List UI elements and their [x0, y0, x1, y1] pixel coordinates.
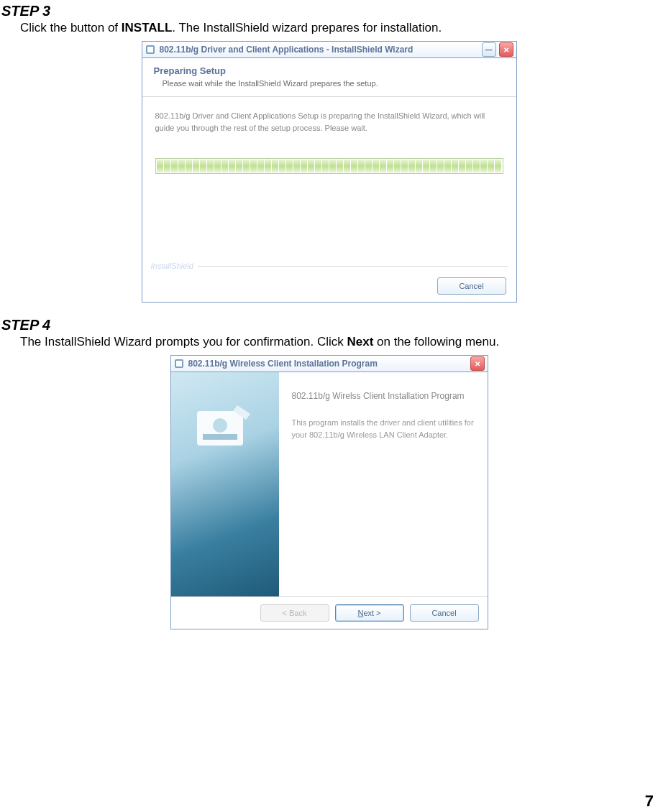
installer-icon	[145, 45, 155, 55]
dialog2-titlebar: 802.11b/g Wireless Client Installation P…	[171, 356, 488, 372]
step3-body-prefix: Click the button of	[20, 21, 122, 34]
dialog1-title: 802.11b/g Driver and Client Applications…	[160, 45, 479, 55]
svg-rect-5	[203, 434, 237, 440]
dialog2-main-desc: This program installs the driver and cli…	[292, 417, 475, 440]
step4-heading: STEP 4	[1, 317, 658, 333]
step3-body-suffix: . The InstallShield wizard prepares for …	[172, 21, 442, 34]
svg-rect-3	[176, 361, 182, 366]
cancel-button[interactable]: Cancel	[410, 604, 479, 622]
installshield-preparing-dialog: 802.11b/g Driver and Client Applications…	[142, 41, 517, 303]
wizard-graphic-icon	[187, 398, 259, 470]
dialog1-header-title: Preparing Setup	[154, 65, 505, 76]
dialog2-main-title: 802.11b/g Wirelss Client Installation Pr…	[292, 391, 475, 401]
step4-body-prefix: The InstallShield Wizard prompts you for…	[20, 335, 347, 349]
step3-body-bold: INSTALL	[122, 21, 173, 34]
dialog2-title: 802.11b/g Wireless Client Installation P…	[188, 359, 467, 369]
next-button[interactable]: Next >	[335, 604, 404, 622]
step3-body: Click the button of INSTALL. The Install…	[20, 21, 658, 35]
install-program-dialog: 802.11b/g Wireless Client Installation P…	[170, 355, 488, 629]
progress-bar	[155, 158, 503, 174]
svg-point-6	[213, 418, 227, 433]
installer-icon	[174, 359, 184, 369]
close-button[interactable]: ✕	[470, 356, 485, 371]
installshield-brand: InstallShield	[151, 262, 193, 270]
step4-body-bold: Next	[347, 335, 373, 349]
svg-rect-1	[147, 47, 153, 52]
step4-body: The InstallShield Wizard prompts you for…	[20, 335, 658, 349]
dialog1-message: 802.11b/g Driver and Client Applications…	[155, 110, 503, 134]
page-number: 7	[645, 792, 654, 811]
cancel-button[interactable]: Cancel	[437, 277, 506, 295]
minimize-button[interactable]: —	[482, 42, 496, 57]
step4-body-suffix: on the following menu.	[373, 335, 499, 349]
dialog1-header: Preparing Setup Please wait while the In…	[142, 58, 516, 97]
dialog2-sidebar	[171, 372, 279, 596]
divider	[198, 266, 508, 267]
dialog1-titlebar: 802.11b/g Driver and Client Applications…	[142, 42, 516, 58]
dialog2-footer: < Back Next > Cancel	[171, 596, 488, 629]
back-button: < Back	[260, 604, 329, 622]
dialog1-header-sub: Please wait while the InstallShield Wiza…	[163, 79, 505, 88]
step3-heading: STEP 3	[1, 3, 658, 19]
dialog2-main: 802.11b/g Wirelss Client Installation Pr…	[279, 372, 488, 596]
close-button[interactable]: ✕	[499, 42, 513, 57]
